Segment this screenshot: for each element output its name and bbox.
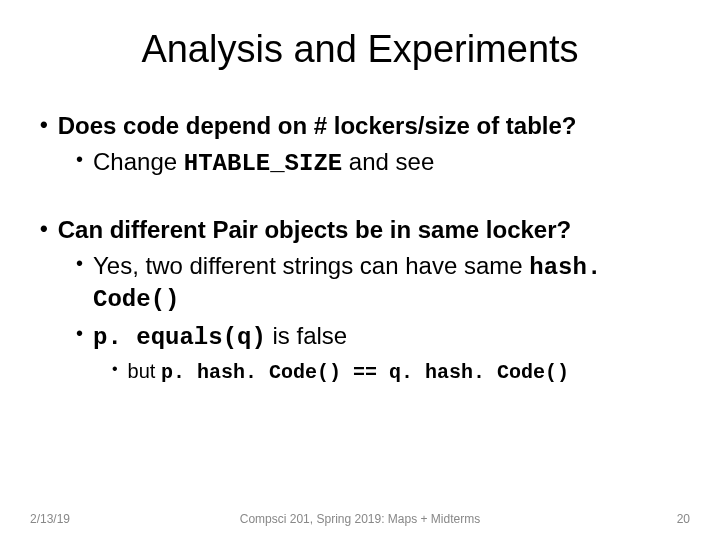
text-post: is false — [266, 322, 347, 349]
text-pre: but — [128, 360, 161, 382]
slide-footer: 2/13/19 Compsci 201, Spring 2019: Maps +… — [0, 512, 720, 526]
code-hash-eq: p. hash. Code() == q. hash. Code() — [161, 361, 569, 384]
text-pre: Yes, two different strings can have same — [93, 252, 529, 279]
bullet-q2-sub3: • but p. hash. Code() == q. hash. Code() — [112, 359, 690, 385]
footer-course: Compsci 201, Spring 2019: Maps + Midterm… — [90, 512, 630, 526]
text-post: and see — [342, 148, 434, 175]
slide: Analysis and Experiments • Does code dep… — [0, 0, 720, 540]
bullet-q2: • Can different Pair objects be in same … — [40, 215, 690, 245]
code-pequalsq: p. equals(q) — [93, 324, 266, 351]
footer-date: 2/13/19 — [30, 512, 90, 526]
footer-page-number: 20 — [630, 512, 690, 526]
bullet-dot-icon: • — [40, 215, 48, 243]
q1-sub1-text: Change HTABLE_SIZE and see — [93, 147, 434, 179]
bullet-dot-icon: • — [76, 321, 83, 346]
bullet-q2-sub1: • Yes, two different strings can have sa… — [76, 251, 690, 315]
bullet-dot-icon: • — [76, 251, 83, 276]
code-htablesize: HTABLE_SIZE — [184, 150, 342, 177]
q1-text: Does code depend on # lockers/size of ta… — [58, 111, 577, 141]
bullet-q1-sub1: • Change HTABLE_SIZE and see — [76, 147, 690, 179]
text-pre: Change — [93, 148, 184, 175]
q2-sub2-text: p. equals(q) is false — [93, 321, 347, 353]
slide-title: Analysis and Experiments — [30, 28, 690, 71]
q2-text: Can different Pair objects be in same lo… — [58, 215, 572, 245]
q2-sub1-text: Yes, two different strings can have same… — [93, 251, 690, 315]
bullet-dot-icon: • — [76, 147, 83, 172]
slide-body: • Does code depend on # lockers/size of … — [30, 111, 690, 385]
bullet-q1: • Does code depend on # lockers/size of … — [40, 111, 690, 141]
bullet-dot-icon: • — [112, 359, 118, 379]
bullet-q2-sub2: • p. equals(q) is false — [76, 321, 690, 353]
q2-sub3-text: but p. hash. Code() == q. hash. Code() — [128, 359, 569, 385]
bullet-dot-icon: • — [40, 111, 48, 139]
